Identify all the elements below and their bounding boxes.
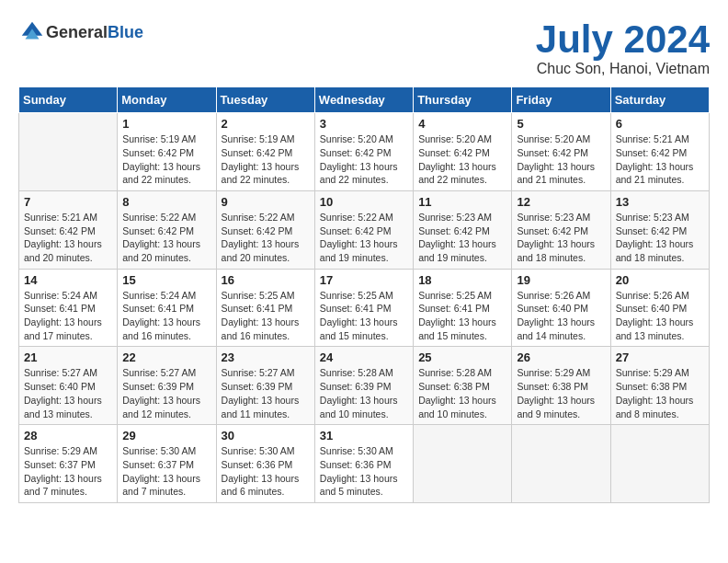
calendar-cell: 6Sunrise: 5:21 AM Sunset: 6:42 PM Daylig… (610, 113, 709, 191)
day-number: 6 (616, 117, 704, 131)
calendar-cell: 27Sunrise: 5:29 AM Sunset: 6:38 PM Dayli… (610, 347, 709, 425)
day-info: Sunrise: 5:23 AM Sunset: 6:42 PM Dayligh… (616, 211, 704, 265)
day-number: 2 (222, 117, 310, 131)
calendar-cell: 21Sunrise: 5:27 AM Sunset: 6:40 PM Dayli… (19, 347, 118, 425)
day-number: 27 (616, 350, 704, 364)
day-number: 10 (320, 195, 408, 209)
day-number: 18 (418, 273, 506, 287)
day-info: Sunrise: 5:22 AM Sunset: 6:42 PM Dayligh… (320, 211, 408, 265)
day-number: 25 (418, 350, 506, 364)
calendar-cell (19, 113, 118, 191)
day-info: Sunrise: 5:26 AM Sunset: 6:40 PM Dayligh… (517, 289, 605, 343)
calendar-cell: 12Sunrise: 5:23 AM Sunset: 6:42 PM Dayli… (512, 190, 610, 269)
day-info: Sunrise: 5:22 AM Sunset: 6:42 PM Dayligh… (122, 211, 210, 265)
day-number: 11 (418, 195, 506, 209)
day-info: Sunrise: 5:21 AM Sunset: 6:42 PM Dayligh… (24, 211, 112, 265)
day-info: Sunrise: 5:30 AM Sunset: 6:37 PM Dayligh… (122, 444, 210, 499)
day-info: Sunrise: 5:28 AM Sunset: 6:39 PM Dayligh… (320, 366, 408, 420)
day-info: Sunrise: 5:19 AM Sunset: 6:42 PM Dayligh… (222, 132, 310, 187)
col-saturday: Saturday (610, 87, 709, 113)
calendar-cell: 31Sunrise: 5:30 AM Sunset: 6:36 PM Dayli… (314, 425, 413, 503)
day-number: 15 (122, 273, 210, 287)
calendar-cell: 19Sunrise: 5:26 AM Sunset: 6:40 PM Dayli… (512, 269, 610, 347)
col-wednesday: Wednesday (314, 87, 413, 113)
day-info: Sunrise: 5:23 AM Sunset: 6:42 PM Dayligh… (418, 211, 506, 265)
calendar-cell: 28Sunrise: 5:29 AM Sunset: 6:37 PM Dayli… (19, 425, 118, 503)
calendar-title: July 2024 (536, 18, 710, 61)
calendar-cell: 24Sunrise: 5:28 AM Sunset: 6:39 PM Dayli… (314, 347, 413, 425)
calendar-cell: 2Sunrise: 5:19 AM Sunset: 6:42 PM Daylig… (216, 113, 314, 191)
day-number: 12 (517, 195, 605, 209)
day-info: Sunrise: 5:25 AM Sunset: 6:41 PM Dayligh… (418, 289, 506, 343)
calendar-week-2: 7Sunrise: 5:21 AM Sunset: 6:42 PM Daylig… (19, 190, 710, 269)
day-number: 24 (320, 350, 408, 364)
calendar-week-1: 1Sunrise: 5:19 AM Sunset: 6:42 PM Daylig… (19, 113, 710, 191)
day-info: Sunrise: 5:29 AM Sunset: 6:37 PM Dayligh… (24, 444, 112, 499)
calendar-cell (512, 425, 610, 503)
day-info: Sunrise: 5:24 AM Sunset: 6:41 PM Dayligh… (24, 289, 112, 343)
calendar-cell (610, 425, 709, 503)
calendar-cell: 3Sunrise: 5:20 AM Sunset: 6:42 PM Daylig… (314, 113, 413, 191)
calendar-cell: 8Sunrise: 5:22 AM Sunset: 6:42 PM Daylig… (118, 190, 216, 269)
day-number: 19 (517, 273, 605, 287)
day-info: Sunrise: 5:27 AM Sunset: 6:40 PM Dayligh… (24, 366, 112, 420)
day-info: Sunrise: 5:29 AM Sunset: 6:38 PM Dayligh… (616, 366, 704, 420)
col-thursday: Thursday (414, 87, 512, 113)
calendar-cell: 13Sunrise: 5:23 AM Sunset: 6:42 PM Dayli… (610, 190, 709, 269)
day-info: Sunrise: 5:27 AM Sunset: 6:39 PM Dayligh… (122, 366, 210, 420)
day-number: 4 (418, 117, 506, 131)
calendar-cell: 26Sunrise: 5:29 AM Sunset: 6:38 PM Dayli… (512, 347, 610, 425)
day-info: Sunrise: 5:20 AM Sunset: 6:42 PM Dayligh… (320, 132, 408, 187)
calendar-cell: 16Sunrise: 5:25 AM Sunset: 6:41 PM Dayli… (216, 269, 314, 347)
calendar-cell: 15Sunrise: 5:24 AM Sunset: 6:41 PM Dayli… (118, 269, 216, 347)
day-number: 5 (517, 117, 605, 131)
day-info: Sunrise: 5:24 AM Sunset: 6:41 PM Dayligh… (122, 289, 210, 343)
day-info: Sunrise: 5:25 AM Sunset: 6:41 PM Dayligh… (320, 289, 408, 343)
calendar-cell: 30Sunrise: 5:30 AM Sunset: 6:36 PM Dayli… (216, 425, 314, 503)
day-number: 13 (616, 195, 704, 209)
calendar-week-5: 28Sunrise: 5:29 AM Sunset: 6:37 PM Dayli… (19, 425, 710, 503)
calendar-cell: 29Sunrise: 5:30 AM Sunset: 6:37 PM Dayli… (118, 425, 216, 503)
calendar-location: Chuc Son, Hanoi, Vietnam (536, 61, 710, 77)
day-info: Sunrise: 5:23 AM Sunset: 6:42 PM Dayligh… (517, 211, 605, 265)
day-number: 14 (24, 273, 112, 287)
logo: GeneralBlue (18, 18, 143, 46)
day-number: 16 (222, 273, 310, 287)
day-info: Sunrise: 5:27 AM Sunset: 6:39 PM Dayligh… (222, 366, 310, 420)
day-info: Sunrise: 5:30 AM Sunset: 6:36 PM Dayligh… (320, 444, 408, 499)
calendar-cell (414, 425, 512, 503)
day-info: Sunrise: 5:26 AM Sunset: 6:40 PM Dayligh… (616, 289, 704, 343)
day-number: 9 (222, 195, 310, 209)
calendar-cell: 10Sunrise: 5:22 AM Sunset: 6:42 PM Dayli… (314, 190, 413, 269)
logo-blue: Blue (108, 23, 143, 41)
day-info: Sunrise: 5:20 AM Sunset: 6:42 PM Dayligh… (418, 132, 506, 187)
day-number: 26 (517, 350, 605, 364)
col-sunday: Sunday (19, 87, 118, 113)
day-number: 1 (122, 117, 210, 131)
calendar-cell: 22Sunrise: 5:27 AM Sunset: 6:39 PM Dayli… (118, 347, 216, 425)
calendar-cell: 9Sunrise: 5:22 AM Sunset: 6:42 PM Daylig… (216, 190, 314, 269)
calendar-cell: 17Sunrise: 5:25 AM Sunset: 6:41 PM Dayli… (314, 269, 413, 347)
calendar-cell: 4Sunrise: 5:20 AM Sunset: 6:42 PM Daylig… (414, 113, 512, 191)
day-number: 28 (24, 429, 112, 442)
calendar-header: Sunday Monday Tuesday Wednesday Thursday… (19, 87, 710, 113)
calendar-cell: 20Sunrise: 5:26 AM Sunset: 6:40 PM Dayli… (610, 269, 709, 347)
day-number: 31 (320, 429, 408, 442)
calendar-table: Sunday Monday Tuesday Wednesday Thursday… (18, 86, 710, 503)
day-info: Sunrise: 5:28 AM Sunset: 6:38 PM Dayligh… (418, 366, 506, 420)
days-of-week-row: Sunday Monday Tuesday Wednesday Thursday… (19, 87, 710, 113)
day-number: 23 (222, 350, 310, 364)
day-info: Sunrise: 5:29 AM Sunset: 6:38 PM Dayligh… (517, 366, 605, 420)
day-number: 20 (616, 273, 704, 287)
day-info: Sunrise: 5:20 AM Sunset: 6:42 PM Dayligh… (517, 132, 605, 187)
calendar-week-3: 14Sunrise: 5:24 AM Sunset: 6:41 PM Dayli… (19, 269, 710, 347)
day-info: Sunrise: 5:25 AM Sunset: 6:41 PM Dayligh… (222, 289, 310, 343)
col-monday: Monday (118, 87, 216, 113)
logo-general: General (46, 23, 108, 41)
calendar-cell: 14Sunrise: 5:24 AM Sunset: 6:41 PM Dayli… (19, 269, 118, 347)
day-number: 30 (222, 429, 310, 442)
day-info: Sunrise: 5:22 AM Sunset: 6:42 PM Dayligh… (222, 211, 310, 265)
calendar-cell: 25Sunrise: 5:28 AM Sunset: 6:38 PM Dayli… (414, 347, 512, 425)
title-block: July 2024 Chuc Son, Hanoi, Vietnam (536, 18, 710, 77)
calendar-cell: 7Sunrise: 5:21 AM Sunset: 6:42 PM Daylig… (19, 190, 118, 269)
